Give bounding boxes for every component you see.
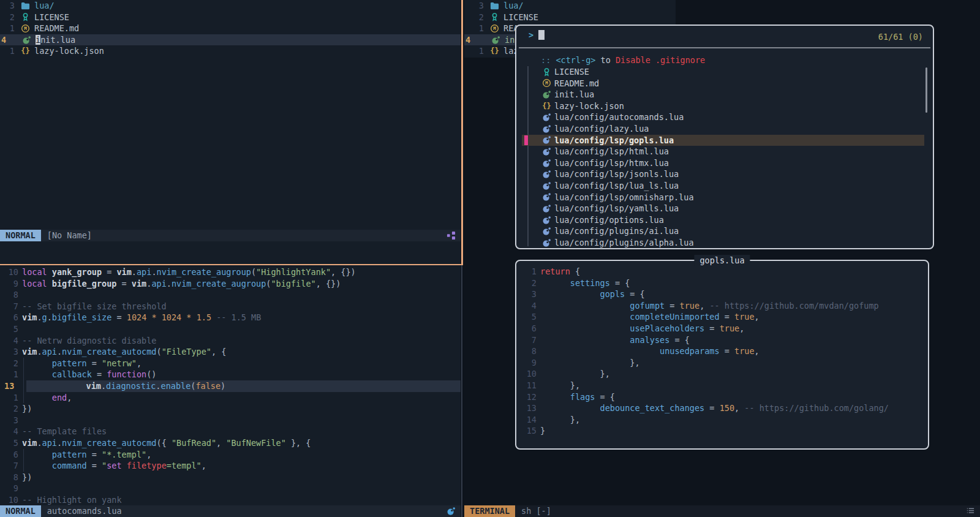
code-buffer: 10local yank_group = vim.api.nvim_create… xyxy=(0,266,461,505)
picker-item[interactable]: lua/config/plugins/ai.lua xyxy=(516,225,933,237)
picker-item-label: lua/config/autocomands.lua xyxy=(554,111,684,123)
file-entry[interactable]: 4init.lua xyxy=(0,34,461,46)
picker-item[interactable]: lua/config/plugins/alpha.lua xyxy=(516,237,933,249)
picker-item[interactable]: LICENSE xyxy=(516,66,933,78)
file-entry[interactable]: 3lua/ xyxy=(464,0,676,12)
code-text: -- Netrw diagnostic disable xyxy=(22,335,461,347)
picker-item-label: LICENSE xyxy=(554,66,589,78)
code-text: vim.diagnostic.enable(false) xyxy=(26,380,461,392)
markdown-icon: M xyxy=(20,23,31,33)
picker-item[interactable]: lua/config/lsp/html.lua xyxy=(516,146,933,157)
line-number: 3 xyxy=(0,0,15,12)
lua-blue-icon xyxy=(542,227,551,236)
code-text: }) xyxy=(22,403,461,415)
picker-item[interactable]: lua/config/lsp/yamlls.lua xyxy=(516,203,933,214)
text-cursor xyxy=(538,30,545,40)
scrollbar[interactable] xyxy=(925,67,927,113)
code-editor-pane[interactable]: 10local yank_group = vim.api.nvim_create… xyxy=(0,265,461,517)
lua-blue-icon xyxy=(542,181,551,191)
picker-item[interactable]: MREADME.md xyxy=(516,78,933,89)
code-line: 9 xyxy=(0,483,461,494)
line-number: 13 xyxy=(516,402,537,414)
line-number: 4 xyxy=(0,335,18,347)
lua-green-icon xyxy=(491,35,501,45)
picker-item[interactable]: lua/config/lazy.lua xyxy=(516,123,933,135)
line-number: 1 xyxy=(464,23,484,34)
prompt-icon: > xyxy=(529,29,533,41)
picker-item[interactable]: {}lazy-lock.json xyxy=(516,100,933,112)
line-number: 6 xyxy=(516,323,537,334)
picker-prompt[interactable]: > xyxy=(529,29,545,41)
picker-results: LICENSEMREADME.mdinit.lua{}lazy-lock.jso… xyxy=(516,66,933,249)
code-line: 4-- Template files xyxy=(0,426,461,437)
code-text: end, xyxy=(22,392,461,404)
code-text: vim.api.nvim_create_autocmd("FileType", … xyxy=(22,346,461,358)
file-entry[interactable]: 3lua/ xyxy=(0,0,461,12)
picker-item-label: lua/config/lsp/htmx.lua xyxy=(554,157,669,169)
lua-blue-icon xyxy=(542,203,551,213)
line-number: 3 xyxy=(0,415,18,426)
code-line: 10local yank_group = vim.api.nvim_create… xyxy=(0,266,461,278)
picker-header: :: <ctrl-g> to Disable .gitignore xyxy=(541,55,705,66)
code-line: 8}) xyxy=(0,472,461,483)
code-text: flags = { xyxy=(540,391,928,403)
code-line: 5vim.api.nvim_create_autocmd({ "BufRead"… xyxy=(0,437,461,449)
line-number: 4 xyxy=(0,426,18,437)
file-name: lua/ xyxy=(503,0,524,12)
code-text: usePlaceholders = true, xyxy=(540,323,928,334)
code-text xyxy=(22,289,461,301)
line-number: 2 xyxy=(0,358,18,369)
statusline-right: TERMINAL sh [-] xyxy=(464,505,980,517)
picker-item[interactable]: lua/config/lsp/lua_ls.lua xyxy=(516,180,933,192)
picker-item[interactable]: lua/config/lsp/omnisharp.lua xyxy=(516,192,933,203)
line-number: 7 xyxy=(516,334,537,346)
code-text: command = "set filetype=templ", xyxy=(22,460,461,472)
code-line: 9 }, xyxy=(516,357,928,369)
line-number: 8 xyxy=(0,289,18,301)
code-text: callback = function() xyxy=(22,369,461,380)
picker-item[interactable]: lua/config/lsp/jsonls.lua xyxy=(516,168,933,180)
code-text: }, xyxy=(540,380,928,391)
lua-icon xyxy=(447,507,456,516)
picker-item[interactable]: lua/config/autocomands.lua xyxy=(516,111,933,123)
picker-item-label: lua/config/plugins/alpha.lua xyxy=(554,237,694,249)
fzf-picker-popup[interactable]: > 61/61 (0) :: <ctrl-g> to Disable .giti… xyxy=(515,25,934,249)
license-icon xyxy=(20,12,31,22)
line-number: 2 xyxy=(464,12,484,23)
picker-item[interactable]: lua/config/lsp/htmx.lua xyxy=(516,157,933,169)
lua-blue-icon xyxy=(542,135,551,145)
line-number: 5 xyxy=(0,323,18,335)
picker-item-label: lua/config/lsp/omnisharp.lua xyxy=(554,192,694,203)
code-line: 8 xyxy=(0,289,461,301)
picker-item-label: lua/config/options.lua xyxy=(554,214,664,226)
line-number: 8 xyxy=(516,345,537,357)
preview-popup: gopls.lua 1return {2 settings = {3 gopls… xyxy=(515,260,929,450)
picker-item-label: init.lua xyxy=(554,89,594,100)
file-entry[interactable]: 1{}lazy-lock.json xyxy=(0,45,461,57)
code-line: 1 callback = function() xyxy=(0,369,461,380)
statusline-left-bottom: NORMAL autocomands.lua xyxy=(0,505,461,517)
code-line: 5 xyxy=(0,323,461,335)
file-name: LICENSE xyxy=(34,12,69,23)
picker-item[interactable]: lua/config/lsp/gopls.lua xyxy=(522,135,924,146)
markdown-icon: M xyxy=(542,78,551,88)
prompt-separator xyxy=(519,47,930,48)
file-entry[interactable]: 2LICENSE xyxy=(0,12,461,23)
line-number: 12 xyxy=(516,391,537,403)
code-text: vim.g.bigfile_size = 1024 * 1024 * 1.5 -… xyxy=(22,312,461,323)
line-number: 10 xyxy=(0,494,18,506)
mode-indicator: NORMAL xyxy=(0,505,41,517)
file-name: init.lua xyxy=(36,34,75,46)
picker-item[interactable]: init.lua xyxy=(516,89,933,100)
line-number: 10 xyxy=(0,266,18,278)
mode-indicator: TERMINAL xyxy=(464,505,515,517)
picker-item[interactable]: lua/config/options.lua xyxy=(516,214,933,226)
svg-text:M: M xyxy=(545,81,548,86)
buffer-title: sh [-] xyxy=(521,505,551,517)
picker-item-label: lazy-lock.json xyxy=(554,100,624,112)
svg-text:M: M xyxy=(24,26,27,31)
right-pane[interactable]: 3lua/2LICENSE1MREADME.md4init.lua1{}lazy… xyxy=(464,0,980,517)
file-entry[interactable]: 1MREADME.md xyxy=(0,23,461,34)
file-entry[interactable]: 2LICENSE xyxy=(464,12,676,23)
file-browser-pane[interactable]: 3lua/2LICENSE1MREADME.md4init.lua1{}lazy… xyxy=(0,0,461,265)
